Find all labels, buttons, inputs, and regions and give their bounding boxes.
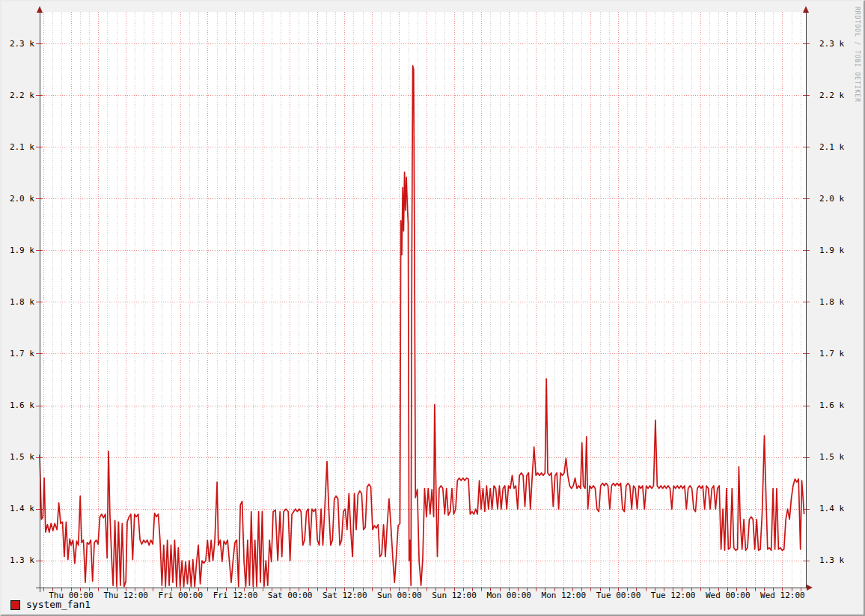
- y-axis-label-right: 1.7 k: [819, 350, 864, 359]
- y-axis-label-left: 1.4 k: [3, 504, 34, 513]
- plot-area: [40, 12, 806, 588]
- y-axis-label-right: 1.3 k: [819, 556, 864, 565]
- x-axis-label: Wed 12:00: [755, 591, 810, 600]
- y-axis-label-left: 1.8 k: [3, 298, 34, 307]
- x-axis-label: Tue 00:00: [590, 591, 646, 600]
- x-axis-label: Fri 00:00: [153, 591, 208, 600]
- x-axis-label: Sat 00:00: [263, 591, 318, 600]
- chart-canvas: [1, 1, 864, 615]
- x-axis-label: Sat 12:00: [317, 591, 373, 600]
- y-axis-label-left: 2.1 k: [3, 143, 34, 152]
- x-axis-label: Tue 12:00: [646, 591, 701, 600]
- y-axis-label-right: 1.4 k: [819, 504, 864, 513]
- y-axis-label-left: 1.5 k: [3, 453, 34, 462]
- legend-label: system_fan1: [26, 600, 91, 610]
- y-axis-arrow-left: [37, 6, 43, 13]
- x-axis-label: Thu 12:00: [98, 591, 153, 600]
- x-axis-label: Mon 00:00: [481, 591, 537, 600]
- x-axis-label: Sun 12:00: [427, 591, 482, 600]
- x-axis-label: Fri 12:00: [207, 591, 263, 600]
- y-axis-arrow-right: [803, 6, 809, 13]
- y-axis-label-left: 1.6 k: [3, 401, 34, 410]
- x-axis-label: Wed 00:00: [700, 591, 756, 600]
- y-axis-label-right: 1.6 k: [819, 401, 864, 410]
- y-axis-label-right: 2.1 k: [819, 143, 864, 152]
- x-axis-label: Mon 12:00: [536, 591, 591, 600]
- y-axis-label-right: 1.9 k: [819, 246, 864, 255]
- x-axis-label: Sun 00:00: [372, 591, 427, 600]
- y-axis-label-left: 2.0 k: [3, 195, 34, 204]
- x-axis-arrow: [807, 585, 813, 591]
- y-axis-label-right: 1.8 k: [819, 298, 864, 307]
- y-axis-label-left: 2.2 k: [3, 91, 34, 100]
- y-axis-label-left: 2.3 k: [3, 40, 34, 49]
- legend-color-swatch: [10, 600, 20, 610]
- y-axis-label-right: 2.0 k: [819, 195, 864, 204]
- y-axis-label-left: 1.3 k: [3, 556, 34, 565]
- y-axis-label-left: 1.9 k: [3, 246, 34, 255]
- y-axis-label-right: 1.5 k: [819, 453, 864, 462]
- legend: system_fan1: [10, 600, 91, 610]
- y-axis-label-left: 1.7 k: [3, 350, 34, 359]
- rrd-graph-window: 1.3 k1.3 k1.4 k1.4 k1.5 k1.5 k1.6 k1.6 k…: [0, 0, 865, 616]
- rrdtool-watermark: RRDTOOL / TOBI OETIKER: [854, 7, 861, 103]
